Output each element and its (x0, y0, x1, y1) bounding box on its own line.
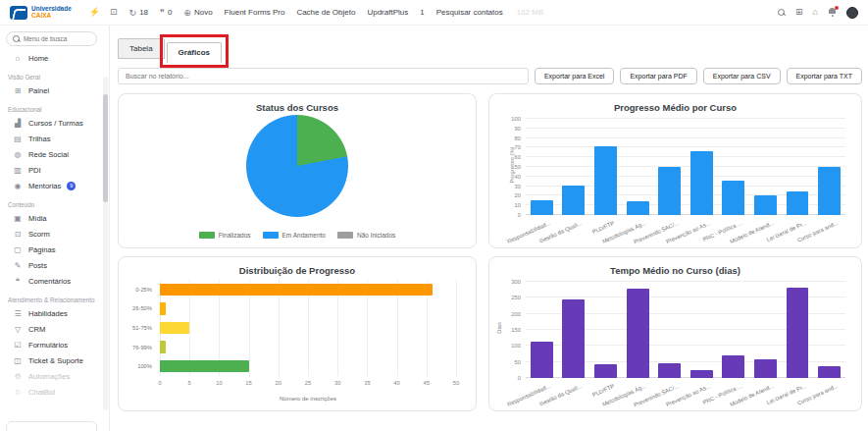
y-tick-label: 300 (511, 279, 521, 285)
gridline (456, 280, 457, 376)
y-tick-label: 100 (511, 116, 521, 122)
y-tick-label: 0 (518, 375, 521, 381)
bar-slot (813, 119, 845, 215)
sidebar-scrollbar-thumb[interactable] (103, 94, 108, 202)
bar (787, 191, 809, 215)
grid-icon[interactable]: ⊞ (795, 8, 803, 17)
sidebar-item-painel[interactable]: ⊞Painel (6, 82, 97, 98)
page-icon: ▢ (13, 245, 23, 254)
caixa-logo-icon (10, 6, 27, 20)
sidebar-item-chatbot[interactable]: ☺ChatBot (6, 384, 97, 400)
y-axis-label: Dias (496, 322, 502, 334)
sidebar-nav: ⌂HomeVisão Geral⊞PainelEducacional▟Curso… (6, 46, 105, 400)
sidebar-item-formul-rios[interactable]: ☑Formulários (6, 337, 97, 352)
bar (690, 370, 713, 378)
category-label: 26-50% (128, 299, 156, 319)
sidebar-item-trilhas[interactable]: ▤Trilhas (6, 131, 97, 146)
sidebar-item-p-ginas[interactable]: ▢Páginas (6, 242, 97, 257)
report-search-input[interactable] (118, 68, 529, 84)
topbar-item[interactable]: Pesquisar contatos (436, 8, 503, 17)
topbar-item[interactable]: UpdraftPlus (367, 8, 408, 17)
topbar-item[interactable]: ⊕Novo (183, 8, 212, 18)
legend-item: Em Andamento (263, 232, 326, 239)
bar (627, 289, 649, 378)
slideshow-icon[interactable]: ⊡ (110, 8, 118, 17)
sidebar-item-posts[interactable]: ✎Posts (6, 257, 97, 273)
plot-area (160, 280, 456, 376)
tab-tabela[interactable]: Tabela (118, 38, 165, 59)
y-tick-label: 30 (515, 184, 521, 189)
sidebar-section-heading: Visão Geral (8, 74, 103, 81)
x-tick-label: Curso para and... (813, 217, 845, 239)
export-button-txt[interactable]: Exportar para TXT (787, 68, 862, 84)
sidebar-item-crm[interactable]: ▽CRM (6, 321, 97, 337)
topbar-item-label: Novo (194, 8, 213, 17)
sidebar-item-coment-rios[interactable]: ❝Comentários (6, 273, 97, 289)
search-icon[interactable] (778, 9, 786, 17)
category-label: 51-75% (128, 318, 156, 338)
media-icon: ▣ (13, 214, 23, 223)
topbar-item[interactable]: ❞0 (160, 8, 172, 18)
package-icon: ⊡ (13, 230, 23, 239)
bolt-icon[interactable]: ⚡ (89, 8, 100, 17)
topbar-item[interactable]: Cache de Objeto (296, 8, 355, 17)
sidebar-item-scorm[interactable]: ⊡Scorm (6, 226, 97, 242)
x-axis-labels: Responsabilidad...Gestão da Quali...PLD/… (526, 217, 845, 239)
export-button-csv[interactable]: Exportar para CSV (703, 68, 781, 84)
sidebar-item-label: Comentários (28, 277, 71, 286)
export-buttons: Exportar para ExcelExportar para PDFExpo… (535, 68, 862, 84)
search-icon (13, 35, 20, 43)
bar-chart-canvas[interactable]: Dias050100150200250300Responsabilidad...… (499, 278, 851, 402)
legend-swatch (199, 232, 215, 239)
bell-icon[interactable] (828, 8, 837, 17)
topbar-item[interactable]: 1 (420, 8, 424, 17)
sidebar-item-rede-social[interactable]: ◍Rede Social (6, 146, 97, 162)
y-tick-label: 150 (511, 327, 521, 333)
y-tick-label: 250 (511, 295, 521, 300)
export-button-excel[interactable]: Exportar para Excel (535, 68, 614, 84)
legend-label: Finalizados (219, 232, 251, 239)
y-tick-label: 70 (515, 144, 521, 150)
sidebar-item-home[interactable]: ⌂Home (6, 50, 97, 66)
bar-slot (622, 282, 654, 378)
sidebar-item-habilidades[interactable]: ☰Habilidades (6, 305, 97, 321)
sidebar-item-label: CRM (28, 325, 45, 334)
logo-line2: CAIXA (31, 13, 72, 20)
sidebar-scrollbar (103, 77, 108, 410)
hbar-chart-canvas[interactable]: 0-25%26-50%51-75%76-99%100%0510152025303… (128, 278, 466, 402)
sidebar-section-heading: Conteúdo (8, 201, 103, 208)
sidebar-search-input[interactable] (24, 35, 90, 42)
user-avatar[interactable] (846, 7, 858, 19)
legend-item: Não Iniciados (337, 232, 395, 239)
sidebar-item-label: Mídia (28, 214, 47, 223)
dashboard-icon: ⊞ (13, 86, 23, 95)
site-logo[interactable]: Universidade CAIXA (10, 6, 72, 20)
sidebar-item-cursos-turmas[interactable]: ▟Cursos / Turmas (6, 115, 97, 131)
x-tick-label: 10 (216, 380, 222, 386)
y-tick-label: 40 (515, 174, 521, 180)
sidebar-item-automa-es[interactable]: ⚙Automações (6, 368, 97, 384)
tab-graficos[interactable]: Gráficos (167, 42, 222, 63)
sidebar-item-m-dia[interactable]: ▣Mídia (6, 210, 97, 226)
sidebar-item-ticket-suporte[interactable]: ◫Ticket & Suporte (6, 352, 97, 368)
pie-chart-canvas[interactable]: FinalizadosEm AndamentoNão Iniciados (128, 115, 466, 239)
bar (531, 200, 553, 215)
comment-icon: ❝ (13, 277, 23, 286)
export-button-pdf[interactable]: Exportar para PDF (620, 68, 696, 84)
bars (526, 119, 845, 215)
topbar-item[interactable]: Fluent Forms Pro (225, 8, 285, 17)
sidebar-item-pdi[interactable]: ▥PDI (6, 162, 97, 178)
sidebar-search[interactable] (6, 31, 97, 46)
admin-topbar: Universidade CAIXA ⚡ ⊡ ↻18❞0⊕NovoFluent … (0, 0, 868, 26)
bar-slot (686, 119, 718, 215)
x-tick-label: Gestão da Quali... (558, 217, 590, 239)
bar-slot (589, 282, 622, 378)
plot-area (526, 119, 845, 215)
home-icon[interactable]: ⌂ (813, 8, 818, 17)
bar-chart-canvas[interactable]: Progresso (%)0102030405060708090100Respo… (499, 115, 851, 239)
sidebar-item-mentorias[interactable]: ◉Mentorias9 (6, 178, 97, 193)
topbar-item[interactable]: ↻18 (129, 8, 148, 18)
topbar-tool-icons: ⚡ ⊡ (89, 8, 118, 17)
y-axis-labels: 0-25%26-50%51-75%76-99%100% (128, 280, 156, 376)
topbar-plugin-items: ↻18❞0⊕NovoFluent Forms ProCache de Objet… (129, 8, 503, 18)
